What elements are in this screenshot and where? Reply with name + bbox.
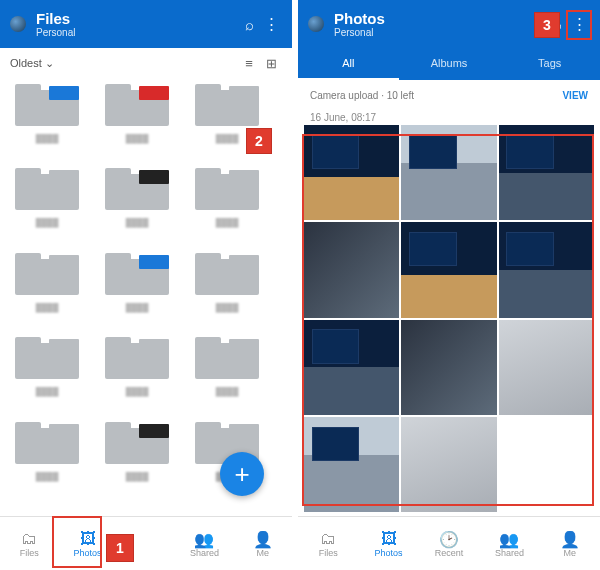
header-subtitle: Personal: [36, 27, 238, 38]
nav-label: Me: [564, 548, 577, 558]
menu-icon[interactable]: [308, 16, 324, 32]
folder-item[interactable]: ████: [98, 420, 176, 498]
nav-label: Photos: [375, 548, 403, 558]
sort-dropdown[interactable]: Oldest ⌄: [10, 57, 54, 70]
nav-label: Files: [319, 548, 338, 558]
folder-icon: [11, 251, 83, 299]
folder-icon: [191, 251, 263, 299]
nav-photos[interactable]: 🖼Photos: [358, 517, 418, 570]
nav-label: Me: [257, 548, 270, 558]
folder-icon: [101, 166, 173, 214]
folder-icon: [101, 420, 173, 468]
folder-item[interactable]: ████: [8, 82, 86, 160]
folder-icon: [191, 335, 263, 383]
add-fab[interactable]: +: [220, 452, 264, 496]
files-icon: 🗂: [21, 530, 37, 548]
folder-item[interactable]: ████: [8, 166, 86, 244]
nav-label: Recent: [435, 548, 464, 558]
me-icon: 👤: [560, 530, 580, 548]
folder-icon: [191, 82, 263, 130]
header-title: Files: [36, 10, 238, 27]
photos-tabs: AllAlbumsTags: [298, 48, 600, 80]
nav-files[interactable]: 🗂Files: [0, 517, 58, 570]
nav-recent[interactable]: 🕑Recent: [419, 517, 479, 570]
tab-tags[interactable]: Tags: [499, 48, 600, 80]
annotation-box-grid: [302, 134, 594, 506]
nav-me[interactable]: 👤Me: [540, 517, 600, 570]
files-pane: Files Personal ⌕ ⋮ Oldest ⌄ ≡ ⊞ ████████…: [0, 0, 292, 570]
chevron-down-icon: ⌄: [45, 57, 54, 69]
folder-icon: [11, 82, 83, 130]
header-subtitle: Personal: [334, 27, 546, 38]
sort-bar: Oldest ⌄ ≡ ⊞: [0, 48, 292, 78]
shared-icon: 👥: [194, 530, 214, 548]
folder-item[interactable]: ████: [98, 82, 176, 160]
upload-text: Camera upload · 10 left: [310, 90, 414, 101]
folder-item[interactable]: ████: [188, 335, 266, 413]
folder-item[interactable]: ████: [188, 166, 266, 244]
nav-label: Shared: [495, 548, 524, 558]
callout-2: 2: [246, 128, 272, 154]
nav-me[interactable]: 👤Me: [234, 517, 292, 570]
folder-icon: [11, 420, 83, 468]
nav-shared[interactable]: 👥Shared: [175, 517, 233, 570]
folder-icon: [101, 251, 173, 299]
folder-icon: [101, 335, 173, 383]
upload-view-link[interactable]: VIEW: [562, 90, 588, 101]
sort-icon[interactable]: ≡: [238, 56, 260, 71]
tab-all[interactable]: All: [298, 48, 399, 80]
recent-icon: 🕑: [439, 530, 459, 548]
photos-icon: 🖼: [381, 530, 397, 548]
view-grid-icon[interactable]: ⊞: [260, 56, 282, 71]
me-icon: 👤: [253, 530, 273, 548]
callout-3: 3: [534, 12, 560, 38]
files-header: Files Personal ⌕ ⋮: [0, 0, 292, 48]
nav-label: Shared: [190, 548, 219, 558]
nav-files[interactable]: 🗂Files: [298, 517, 358, 570]
folder-item[interactable]: ████: [8, 251, 86, 329]
tab-albums[interactable]: Albums: [399, 48, 500, 80]
files-icon: 🗂: [320, 530, 336, 548]
folder-item[interactable]: ████: [8, 335, 86, 413]
folder-item[interactable]: ████: [98, 335, 176, 413]
folder-item[interactable]: ████: [98, 251, 176, 329]
annotation-box-3: [566, 10, 592, 40]
shared-icon: 👥: [499, 530, 519, 548]
folder-item[interactable]: ████: [98, 166, 176, 244]
upload-banner: Camera upload · 10 left VIEW: [298, 80, 600, 110]
folder-item[interactable]: ████: [188, 251, 266, 329]
folder-icon: [101, 82, 173, 130]
folder-item[interactable]: ████: [8, 420, 86, 498]
date-header: 16 June, 08:17: [298, 110, 600, 125]
folder-icon: [11, 335, 83, 383]
header-title: Photos: [334, 10, 546, 27]
nav-shared[interactable]: 👥Shared: [479, 517, 539, 570]
folder-icon: [11, 166, 83, 214]
folder-icon: [191, 166, 263, 214]
annotation-box-1: [52, 516, 102, 568]
search-icon[interactable]: ⌕: [238, 16, 260, 33]
bottom-nav-right: 🗂Files🖼Photos🕑Recent👥Shared👤Me: [298, 516, 600, 570]
callout-1: 1: [106, 534, 134, 562]
nav-label: Files: [20, 548, 39, 558]
more-icon[interactable]: ⋮: [260, 15, 282, 33]
menu-icon[interactable]: [10, 16, 26, 32]
bottom-nav-left: 🗂Files🖼Photos👥Shared👤Me: [0, 516, 292, 570]
